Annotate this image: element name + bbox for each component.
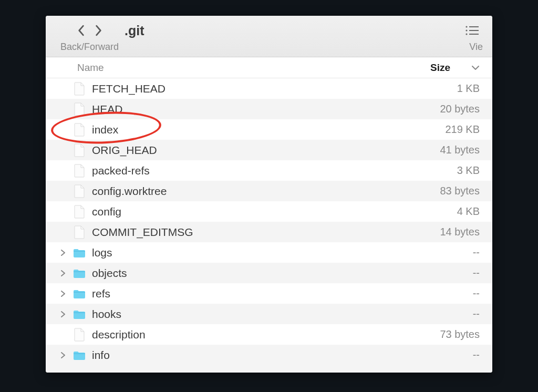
file-row[interactable]: info-- (46, 345, 492, 365)
disclosure-triangle-icon[interactable] (60, 270, 66, 277)
file-name: description (92, 328, 399, 341)
svg-rect-5 (469, 34, 479, 35)
document-icon (72, 225, 87, 240)
list-view-icon[interactable] (462, 25, 483, 36)
file-size: 3 KB (399, 164, 483, 177)
file-name: logs (92, 246, 399, 259)
file-row[interactable]: COMMIT_EDITMSG14 bytes (46, 222, 492, 242)
column-header-size-label: Size (430, 62, 450, 74)
file-size: 14 bytes (399, 226, 483, 238)
file-size: 73 bytes (399, 328, 483, 341)
file-name: FETCH_HEAD (92, 82, 399, 95)
svg-point-2 (465, 29, 467, 31)
document-icon (72, 143, 87, 158)
file-size: 1 KB (399, 82, 483, 95)
finder-window: .git Back/Forward Vie Name Size (46, 16, 492, 373)
back-button[interactable] (76, 24, 86, 37)
file-name: ORIG_HEAD (92, 144, 399, 157)
column-header-name[interactable]: Name (77, 62, 399, 74)
file-size: -- (399, 349, 483, 361)
toolbar-sub-row: Back/Forward Vie (55, 40, 483, 54)
document-icon (72, 122, 87, 137)
disclosure-triangle-icon[interactable] (60, 290, 66, 297)
svg-point-4 (465, 33, 467, 35)
window-title: .git (125, 23, 144, 38)
file-name: refs (92, 287, 399, 300)
folder-icon (72, 266, 87, 281)
file-size: -- (399, 287, 483, 300)
document-icon (72, 102, 87, 117)
file-size: -- (399, 267, 483, 279)
file-row[interactable]: logs-- (46, 242, 492, 263)
row-indent (54, 270, 72, 277)
sort-chevron-down-icon (471, 65, 480, 71)
file-row[interactable]: hooks-- (46, 304, 492, 324)
file-row[interactable]: index219 KB (46, 119, 492, 140)
folder-icon (72, 348, 87, 363)
document-icon (72, 184, 87, 199)
file-row[interactable]: objects-- (46, 263, 492, 283)
file-row[interactable]: HEAD20 bytes (46, 99, 492, 119)
file-name: packed-refs (92, 164, 399, 177)
row-indent (54, 290, 72, 297)
file-row[interactable]: packed-refs3 KB (46, 160, 492, 181)
file-size: 20 bytes (399, 103, 483, 115)
file-row[interactable]: ORIG_HEAD41 bytes (46, 140, 492, 160)
file-size: -- (399, 308, 483, 320)
file-name: config.worktree (92, 185, 399, 198)
svg-rect-1 (469, 26, 479, 27)
file-name: info (92, 349, 399, 362)
file-size: 41 bytes (399, 144, 483, 156)
column-header-row: Name Size (46, 57, 492, 78)
file-row[interactable]: refs-- (46, 283, 492, 304)
disclosure-triangle-icon[interactable] (60, 249, 66, 256)
document-icon (72, 81, 87, 96)
file-size: 4 KB (399, 205, 483, 218)
forward-button[interactable] (94, 24, 104, 37)
row-indent (54, 352, 72, 359)
file-size: -- (399, 246, 483, 259)
file-row[interactable]: config.worktree83 bytes (46, 181, 492, 201)
row-indent (54, 311, 72, 318)
svg-point-0 (465, 26, 467, 27)
row-indent (54, 249, 72, 256)
file-row[interactable]: FETCH_HEAD1 KB (46, 78, 492, 99)
file-name: COMMIT_EDITMSG (92, 226, 399, 239)
folder-icon (72, 286, 87, 301)
file-name: hooks (92, 308, 399, 321)
document-icon (72, 163, 87, 178)
disclosure-triangle-icon[interactable] (60, 311, 66, 318)
back-forward-label: Back/Forward (60, 42, 119, 53)
file-name: index (92, 123, 399, 136)
toolbar: .git Back/Forward Vie (46, 16, 492, 57)
bottom-padding (46, 365, 492, 373)
file-list: FETCH_HEAD1 KB HEAD20 bytes index219 KB … (46, 78, 492, 365)
file-size: 83 bytes (399, 185, 483, 197)
file-name: HEAD (92, 103, 399, 116)
toolbar-nav-row: .git (55, 21, 483, 40)
document-icon (72, 204, 87, 219)
view-label: Vie (469, 42, 483, 53)
file-name: objects (92, 267, 399, 280)
svg-rect-3 (469, 30, 479, 31)
file-size: 219 KB (399, 123, 483, 136)
folder-icon (72, 307, 87, 322)
nav-arrows (76, 24, 104, 37)
folder-icon (72, 245, 87, 260)
file-row[interactable]: config4 KB (46, 201, 492, 222)
disclosure-triangle-icon[interactable] (60, 352, 66, 359)
file-name: config (92, 205, 399, 218)
column-header-size[interactable]: Size (399, 62, 483, 74)
file-row[interactable]: description73 bytes (46, 324, 492, 345)
document-icon (72, 327, 87, 342)
